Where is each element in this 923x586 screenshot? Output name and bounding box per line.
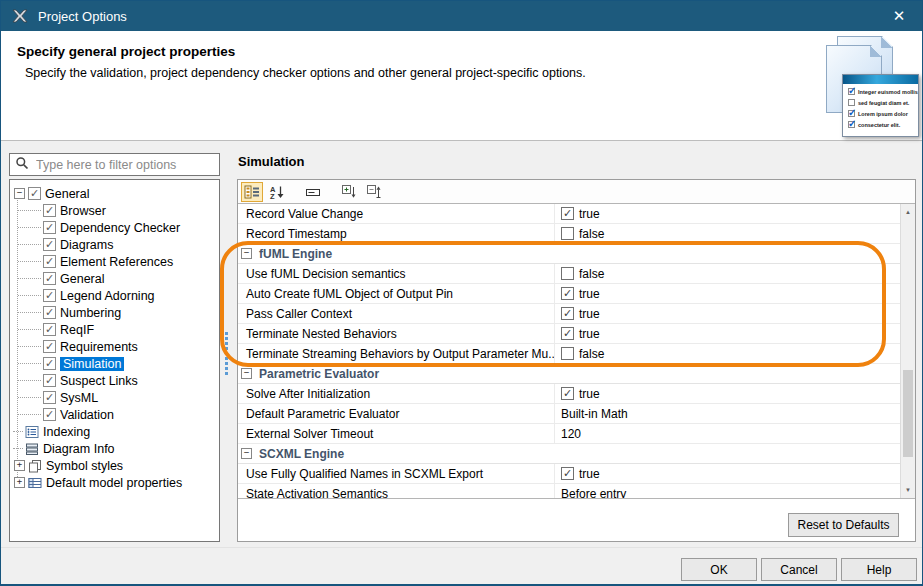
help-button[interactable]: Help <box>841 558 917 581</box>
title-bar[interactable]: Project Options ✕ <box>1 1 922 31</box>
tree-item-requirements[interactable]: ✓Requirements <box>10 338 219 355</box>
tree-item-simulation[interactable]: ✓Simulation <box>10 355 219 372</box>
tree-item-indexing[interactable]: Indexing <box>10 423 219 440</box>
property-row-state-activation-semantics[interactable]: State Activation SemanticsBefore entry <box>238 484 900 498</box>
property-row-terminate-streaming-behaviors-by-output-parameter-mu[interactable]: Terminate Streaming Behaviors by Output … <box>238 344 900 364</box>
tree-checkbox[interactable]: ✓ <box>43 238 56 251</box>
property-row-external-solver-timeout[interactable]: External Solver Timeout120 <box>238 424 900 444</box>
collapse-all-icon <box>366 184 382 200</box>
tree-item-element-references[interactable]: ✓Element References <box>10 253 219 270</box>
collapse-group-icon[interactable]: − <box>241 248 252 259</box>
property-value[interactable]: ✓true <box>555 307 600 321</box>
close-icon[interactable]: ✕ <box>884 1 914 31</box>
dialog-header: Specify general project properties Speci… <box>1 31 922 141</box>
search-icon <box>15 156 29 174</box>
tree-expander-icon[interactable]: + <box>14 477 25 488</box>
filter-box <box>9 153 220 176</box>
property-value[interactable]: false <box>555 267 604 281</box>
property-value[interactable]: false <box>555 347 604 361</box>
artwork-checklist-item: sed feugiat diam et. <box>843 95 918 106</box>
property-value[interactable]: ✓true <box>555 467 600 481</box>
show-description-button[interactable] <box>302 182 324 202</box>
value-checkbox[interactable]: ✓ <box>561 207 574 220</box>
value-checkbox[interactable]: ✓ <box>561 327 574 340</box>
filter-input[interactable] <box>34 157 214 173</box>
tree-item-numbering[interactable]: ✓Numbering <box>10 304 219 321</box>
value-checkbox[interactable] <box>561 267 574 280</box>
value-checkbox[interactable]: ✓ <box>561 387 574 400</box>
reset-to-defaults-button[interactable]: Reset to Defaults <box>788 513 899 537</box>
splitter-handle[interactable] <box>223 332 229 372</box>
cancel-button[interactable]: Cancel <box>761 558 837 581</box>
property-value[interactable]: ✓true <box>555 287 600 301</box>
tree-checkbox[interactable]: ✓ <box>43 323 56 336</box>
tree-checkbox[interactable]: ✓ <box>43 340 56 353</box>
tree-checkbox[interactable]: ✓ <box>43 272 56 285</box>
property-value[interactable]: ✓true <box>555 387 600 401</box>
tree-item-general[interactable]: −✓General <box>10 185 219 202</box>
value-checkbox[interactable]: ✓ <box>561 307 574 320</box>
sort-alphabetically-button[interactable]: AZ <box>266 182 288 202</box>
property-value[interactable]: ✓true <box>555 207 600 221</box>
tree-item-legend-adorning[interactable]: ✓Legend Adorning <box>10 287 219 304</box>
collapse-all-button[interactable] <box>363 182 385 202</box>
tree-item-general[interactable]: ✓General <box>10 270 219 287</box>
value-checkbox[interactable] <box>561 227 574 240</box>
scroll-down-icon[interactable]: ▼ <box>901 483 915 497</box>
tree-guide-line <box>13 431 23 432</box>
tree-item-default-model-properties[interactable]: +Default model properties <box>10 474 219 491</box>
property-value-text: true <box>579 327 600 341</box>
property-value[interactable]: Built-in Math <box>555 407 628 421</box>
property-row-record-value-change[interactable]: Record Value Change✓true <box>238 204 900 224</box>
property-row-pass-caller-context[interactable]: Pass Caller Context✓true <box>238 304 900 324</box>
categorized-view-button[interactable] <box>241 182 263 202</box>
collapse-group-icon[interactable]: − <box>241 368 252 379</box>
tree-checkbox[interactable]: ✓ <box>43 289 56 302</box>
tree-checkbox[interactable]: ✓ <box>43 204 56 217</box>
tree-item-browser[interactable]: ✓Browser <box>10 202 219 219</box>
scrollbar-thumb[interactable] <box>903 370 913 457</box>
ok-button[interactable]: OK <box>681 558 757 581</box>
value-checkbox[interactable] <box>561 347 574 360</box>
tree-checkbox[interactable]: ✓ <box>43 255 56 268</box>
tree-checkbox[interactable]: ✓ <box>43 391 56 404</box>
tree-item-sysml[interactable]: ✓SysML <box>10 389 219 406</box>
symbol-styles-icon <box>28 459 42 473</box>
property-value[interactable]: false <box>555 227 604 241</box>
property-row-terminate-nested-behaviors[interactable]: Terminate Nested Behaviors✓true <box>238 324 900 344</box>
tree-checkbox[interactable]: ✓ <box>43 221 56 234</box>
property-row-solve-after-initialization[interactable]: Solve After Initialization✓true <box>238 384 900 404</box>
tree-item-label: General <box>45 187 89 201</box>
value-checkbox[interactable]: ✓ <box>561 467 574 480</box>
vertical-scrollbar[interactable]: ▲ ▼ <box>900 204 915 498</box>
collapse-group-icon[interactable]: − <box>241 448 252 459</box>
options-panel: AZ Record Value Change✓trueRecord Timest… <box>237 179 916 542</box>
tree-item-suspect-links[interactable]: ✓Suspect Links <box>10 372 219 389</box>
property-row-use-fuml-decision-semantics[interactable]: Use fUML Decision semanticsfalse <box>238 264 900 284</box>
tree-checkbox[interactable]: ✓ <box>43 357 56 370</box>
property-row-default-parametric-evaluator[interactable]: Default Parametric EvaluatorBuilt-in Mat… <box>238 404 900 424</box>
tree-item-diagram-info[interactable]: Diagram Info <box>10 440 219 457</box>
property-row-auto-create-fuml-object-of-output-pin[interactable]: Auto Create fUML Object of Output Pin✓tr… <box>238 284 900 304</box>
tree-checkbox[interactable]: ✓ <box>43 374 56 387</box>
tree-checkbox[interactable]: ✓ <box>43 408 56 421</box>
tree-checkbox[interactable]: ✓ <box>28 187 41 200</box>
property-value[interactable]: Before entry <box>555 487 626 499</box>
tree-item-dependency-checker[interactable]: ✓Dependency Checker <box>10 219 219 236</box>
property-row-use-fully-qualified-names-in-scxml-export[interactable]: Use Fully Qualified Names in SCXML Expor… <box>238 464 900 484</box>
tree-item-diagrams[interactable]: ✓Diagrams <box>10 236 219 253</box>
property-value-text: true <box>579 467 600 481</box>
property-value[interactable]: ✓true <box>555 327 600 341</box>
tree-item-symbol-styles[interactable]: +Symbol styles <box>10 457 219 474</box>
property-value[interactable]: 120 <box>555 427 581 441</box>
tree-item-label: Symbol styles <box>46 459 123 473</box>
property-row-record-timestamp[interactable]: Record Timestampfalse <box>238 224 900 244</box>
scroll-up-icon[interactable]: ▲ <box>901 205 915 219</box>
tree-expander-icon[interactable]: + <box>14 460 25 471</box>
tree-item-validation[interactable]: ✓Validation <box>10 406 219 423</box>
tree-checkbox[interactable]: ✓ <box>43 306 56 319</box>
value-checkbox[interactable]: ✓ <box>561 287 574 300</box>
expand-all-button[interactable] <box>338 182 360 202</box>
tree-item-reqif[interactable]: ✓ReqIF <box>10 321 219 338</box>
tree-expander-icon[interactable]: − <box>14 188 25 199</box>
